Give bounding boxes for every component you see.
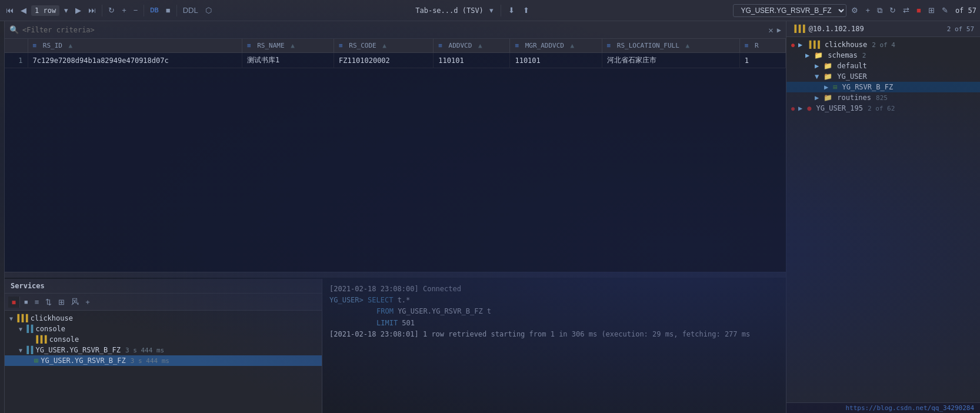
col-header-rs-loc: RS_LOCATION_FULL xyxy=(617,42,679,49)
col-rs-code[interactable]: ≡ RS_CODE ▲ xyxy=(334,39,434,53)
rs-tree-yg-rsvr[interactable]: ▶ ⊞ YG_RSVR_B_FZ xyxy=(786,82,980,92)
svc-sort-btn[interactable]: ⇅ xyxy=(43,297,54,308)
rs-label-ch: clickhouse xyxy=(825,41,867,49)
col-icon-addvcd: ≡ xyxy=(438,42,442,49)
rs-meta-routines: 825 xyxy=(876,94,888,102)
col-r[interactable]: ≡ R xyxy=(739,39,785,53)
toolbar-center: Tab-se...d (TSV) ▾ ⬇ ⬆ xyxy=(216,5,731,16)
col-icon-rs-code: ≡ xyxy=(339,42,343,49)
tree-item-yg-active[interactable]: ⊞ YG_USER.YG_RSVR_B_FZ 3 s 444 ms xyxy=(5,355,322,366)
horizontal-scrollbar[interactable] xyxy=(5,272,786,278)
log-text-5: [2021-02-18 23:08:01] 1 row retrieved st… xyxy=(329,330,750,338)
rs-icon-red-195: ● xyxy=(791,105,795,112)
ddl-button[interactable]: DDL xyxy=(181,5,201,16)
pen-button[interactable]: ✎ xyxy=(939,5,951,16)
rs-icon-default: 📁 xyxy=(824,62,832,70)
row-dropdown-button[interactable]: ▾ xyxy=(62,5,71,16)
sort-mgr: ▲ xyxy=(571,42,575,49)
rs-tree-default[interactable]: ▶ 📁 default xyxy=(786,61,980,71)
svc-list-btn[interactable]: ≡ xyxy=(32,297,42,308)
log-content[interactable]: [2021-02-18 23:08:00] Connected YG_USER>… xyxy=(322,279,786,413)
top-toolbar: ⏮ ◀ 1 row ▾ ▶ ⏭ ↻ + − DB ■ DDL ⬡ Tab-se.… xyxy=(0,0,980,21)
cell-rs-location: 河北省石家庄市 xyxy=(602,53,739,68)
cell-rownum: 1 xyxy=(5,53,28,68)
rs-label-yg-user: YG_USER xyxy=(837,72,867,81)
tree-item-yg-folder[interactable]: ▼ ▐▐ YG_USER.YG_RSVR_B_FZ 3 s 444 ms xyxy=(5,345,322,355)
nav-last-button[interactable]: ⏭ xyxy=(86,5,98,16)
rs-icon-routines: 📁 xyxy=(824,94,832,102)
filter-input[interactable] xyxy=(22,26,765,34)
transfer-button[interactable]: ⇄ xyxy=(901,5,912,16)
rs-icon-bars: ▐▐▐ xyxy=(792,25,805,33)
svc-stop-btn[interactable]: ■ xyxy=(22,297,31,307)
table-row[interactable]: 1 7c129e7208d94b1a82949e470918d07c 测试书库1… xyxy=(5,53,786,68)
nav-first-button[interactable]: ⏮ xyxy=(4,5,16,16)
col-header-rs-id: RS_ID xyxy=(43,42,62,49)
svc-wind-btn[interactable]: 风 xyxy=(69,295,81,308)
nav-prev-button[interactable]: ◀ xyxy=(18,5,29,16)
copy-button[interactable]: ⧉ xyxy=(875,5,885,16)
sort-rs-id: ▲ xyxy=(69,42,73,49)
sort-rs-code: ▲ xyxy=(382,42,386,49)
services-tree: ▼ ▐▐▐ clickhouse ▼ ▐▐ console xyxy=(5,311,322,413)
filter-next-button[interactable]: ▶ xyxy=(777,26,781,34)
separator-4 xyxy=(501,5,501,16)
grid-button[interactable]: ⊞ xyxy=(926,5,937,16)
rs-tree-yg-user[interactable]: ▼ 📁 YG_USER xyxy=(786,71,980,82)
delete-row-button[interactable]: − xyxy=(131,5,141,16)
row-count-label: 1 row xyxy=(31,5,59,16)
left-edge xyxy=(0,21,5,413)
tree-item-console-leaf[interactable]: ▐▐▐ console xyxy=(5,334,322,345)
rs-arrow-routines: ▶ xyxy=(815,94,819,102)
tree-arrow-yg-active xyxy=(28,358,32,364)
rs-tree-routines[interactable]: ▶ 📁 routines 825 xyxy=(786,92,980,103)
col-icon-rs-loc: ≡ xyxy=(607,42,611,49)
rs-arrow-ch: ▶ xyxy=(798,41,802,49)
stop-button[interactable]: ■ xyxy=(914,5,924,16)
col-rownum[interactable] xyxy=(5,39,28,53)
add2-button[interactable]: + xyxy=(863,5,872,16)
col-mgr-addvcd[interactable]: ≡ MGR_ADDVCD ▲ xyxy=(510,39,602,53)
settings-button[interactable]: ⚙ xyxy=(849,5,861,16)
rs-label-195: YG_USER_195 xyxy=(816,104,863,112)
format-dropdown-button[interactable]: ▾ xyxy=(487,5,496,16)
rs-tree-yg-195[interactable]: ● ▶ ● YG_USER_195 2 of 62 xyxy=(786,103,980,114)
tree-icon-yg-table: ⊞ xyxy=(34,357,38,365)
col-rs-id[interactable]: ≡ RS_ID ▲ xyxy=(28,39,242,53)
tree-icon-console-leaf: ▐▐▐ xyxy=(34,335,47,344)
services-toolbar: ■ ■ ≡ ⇅ ⊞ 风 + xyxy=(5,294,322,311)
refresh-button[interactable]: ↻ xyxy=(106,5,117,16)
svc-add-btn[interactable]: + xyxy=(83,297,92,308)
log-keyword-limit: LIMIT xyxy=(376,319,398,327)
rs-tree-schemas[interactable]: ▶ 📁 schemas 2 xyxy=(786,50,980,61)
square-button[interactable]: ■ xyxy=(164,5,173,16)
tree-item-clickhouse[interactable]: ▼ ▐▐▐ clickhouse xyxy=(5,313,322,324)
tree-arrow-console: ▼ xyxy=(19,326,22,332)
db-selector[interactable]: YG_USER.YG_RSVR_B_FZ xyxy=(733,4,846,17)
tree-icon-clickhouse: ▐▐▐ xyxy=(15,314,28,322)
nav-next-button[interactable]: ▶ xyxy=(73,5,84,16)
tree-label-console-leaf: console xyxy=(49,335,79,344)
download-button[interactable]: ⬇ xyxy=(506,5,517,16)
svc-grid-btn[interactable]: ⊞ xyxy=(56,297,67,308)
col-addvcd[interactable]: ≡ ADDVCD ▲ xyxy=(434,39,510,53)
rs-arrow-yg-user: ▼ xyxy=(815,72,819,81)
log-select-rest: t.* xyxy=(398,296,411,304)
col-header-rs-name: RS_NAME xyxy=(257,42,284,49)
connection-page-info: 2 of 57 xyxy=(947,25,974,33)
col-header-mgr: MGR_ADDVCD xyxy=(525,42,564,49)
db-icon-button[interactable]: DB xyxy=(148,6,161,15)
filter-clear-button[interactable]: ✕ xyxy=(768,25,773,35)
table-header-row: ≡ RS_ID ▲ ≡ RS_NAME ▲ ≡ RS_C xyxy=(5,39,786,53)
refresh3-button[interactable]: ↻ xyxy=(887,5,898,16)
col-rs-name[interactable]: ≡ RS_NAME ▲ xyxy=(242,39,334,53)
filter-bar: 🔍 ✕ ▶ xyxy=(5,21,786,39)
col-rs-location[interactable]: ≡ RS_LOCATION_FULL ▲ xyxy=(602,39,739,53)
upload-button[interactable]: ⬆ xyxy=(521,5,532,16)
table-wrapper[interactable]: ≡ RS_ID ▲ ≡ RS_NAME ▲ ≡ RS_C xyxy=(5,39,786,272)
tree-item-console-folder[interactable]: ▼ ▐▐ console xyxy=(5,324,322,334)
split-button[interactable]: ⬡ xyxy=(203,5,214,16)
add-row-button[interactable]: + xyxy=(119,5,129,16)
rs-tree-clickhouse[interactable]: ● ▶ ▐▐▐ clickhouse 2 of 4 xyxy=(786,39,980,50)
bottom-area: Services ■ ■ ≡ ⇅ ⊞ 风 + xyxy=(5,278,786,413)
